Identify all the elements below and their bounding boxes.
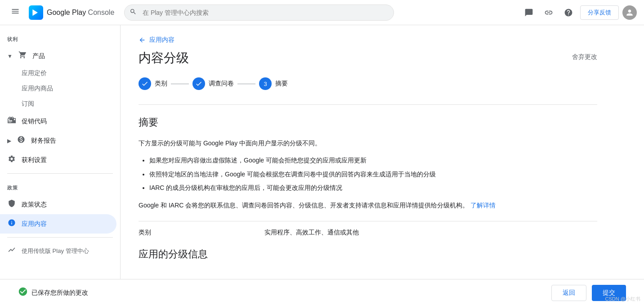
sidebar-item-earn[interactable]: 获利设置 (0, 150, 116, 170)
topbar: Google Play Console 分享反馈 (0, 0, 644, 25)
back-button[interactable]: 返回 (551, 285, 586, 301)
step-2: 调查问卷 (192, 77, 234, 90)
app-rating-title: 应用的分级信息 (139, 248, 597, 261)
sidebar-item-earn-label: 获利设置 (22, 156, 47, 164)
sidebar-item-product[interactable]: ▼ 产品 (0, 46, 120, 66)
watermark: CSDN @小红书 (605, 296, 640, 302)
search-input[interactable] (124, 4, 394, 21)
sidebar: 状利 ▼ 产品 应用定价 应用内商品 订阅 促销代码 ▶ 财 (0, 25, 121, 279)
step-connector-1 (171, 84, 189, 84)
notification-button[interactable] (521, 4, 537, 21)
share-feedback-button[interactable]: 分享反馈 (580, 5, 619, 20)
category-row: 类别 实用程序、高效工作、通信或其他 (139, 221, 597, 244)
step-3-circle: 3 (259, 77, 272, 90)
sidebar-item-finance-label: 财务报告 (31, 137, 56, 145)
category-value: 实用程序、高效工作、通信或其他 (264, 229, 359, 237)
step-3-label: 摘要 (275, 80, 288, 88)
category-label: 类别 (139, 229, 264, 237)
sidebar-item-policy-state[interactable]: 政策状态 (0, 195, 116, 214)
shield-icon (7, 199, 16, 210)
sidebar-item-promo[interactable]: 促销代码 (0, 112, 116, 131)
sidebar-section-zhanli: 状利 (0, 29, 120, 46)
iarc-text: Google 和 IARC 会将您的联系信息、调查问卷回答内容、分级信息、开发者… (139, 200, 597, 210)
bullet-item-1: 如果您对应用内容做出虚假陈述，Google 可能会拒绝您提交的应用或应用更新 (149, 155, 597, 165)
learn-more-link[interactable]: 了解详情 (470, 202, 496, 209)
chart-icon (7, 246, 16, 256)
app-rating-section: 应用的分级信息 (139, 248, 597, 261)
breadcrumb[interactable]: 应用内容 (139, 36, 597, 44)
chevron-down-icon: ▼ (7, 53, 13, 59)
sidebar-item-legacy[interactable]: 使用传统版 Play 管理中心 (0, 241, 120, 261)
sidebar-divider-2 (7, 237, 113, 238)
bullet-item-3: IARC 的成员分级机构在审核您的应用后，可能会更改应用的分级情况 (149, 183, 597, 193)
topbar-actions: 分享反馈 (521, 4, 637, 21)
steps-indicator: 类别 调查问卷 3 摘要 (139, 77, 597, 90)
save-status: 已保存您所做的更改 (18, 287, 88, 299)
step-2-label: 调查问卷 (209, 80, 234, 88)
avatar[interactable] (622, 5, 637, 20)
sidebar-item-app-pricing[interactable]: 应用定价 (22, 66, 120, 81)
promo-icon (7, 116, 16, 126)
step-3: 3 摘要 (259, 77, 288, 90)
bullet-item-2: 依照特定地区的当地法律，Google 可能会根据您在调查问卷中提供的回答内容来生… (149, 169, 597, 179)
breadcrumb-label: 应用内容 (149, 36, 174, 44)
summary-info-text: 下方显示的分级可能与 Google Play 中面向用户显示的分级不同。 (139, 138, 597, 148)
info-icon (7, 219, 16, 229)
sidebar-item-promo-label: 促销代码 (22, 117, 47, 126)
sidebar-item-app-content-label: 应用内容 (22, 220, 47, 228)
summary-bullet-list: 如果您对应用内容做出虚假陈述，Google 可能会拒绝您提交的应用或应用更新 依… (139, 155, 597, 193)
finance-icon (17, 135, 26, 146)
sidebar-item-subscription[interactable]: 订阅 (22, 96, 120, 112)
step-2-circle (192, 77, 205, 90)
main-layout: 状利 ▼ 产品 应用定价 应用内商品 订阅 促销代码 ▶ 财 (0, 25, 644, 279)
sidebar-item-in-app[interactable]: 应用内商品 (22, 81, 120, 96)
content-area: 应用内容 内容分级 舍弃更改 类别 (121, 25, 644, 279)
cart-icon (18, 51, 27, 61)
bottom-bar: 已保存您所做的更改 返回 提交 (0, 279, 644, 306)
page-title: 内容分级 (139, 50, 189, 67)
chevron-right-icon: ▶ (7, 138, 11, 144)
search-icon (130, 8, 137, 17)
section-divider-top (139, 104, 597, 105)
sidebar-item-legacy-label: 使用传统版 Play 管理中心 (22, 247, 89, 255)
step-1-circle (139, 77, 151, 90)
sidebar-item-product-label: 产品 (32, 52, 45, 60)
sidebar-item-app-content[interactable]: 应用内容 (0, 214, 116, 234)
summary-title: 摘要 (139, 116, 597, 129)
sidebar-section-policy: 政策 (0, 177, 120, 195)
link-button[interactable] (541, 4, 557, 21)
search-bar (124, 4, 394, 21)
step-1-label: 类别 (155, 80, 167, 88)
sidebar-divider-1 (7, 173, 113, 174)
save-status-text: 已保存您所做的更改 (31, 289, 88, 297)
settings-icon (7, 155, 16, 165)
logo-area: Google Play Console (29, 5, 119, 20)
logo-icon (29, 5, 43, 20)
save-check-icon (18, 287, 28, 299)
step-1: 类别 (139, 77, 167, 90)
logo-text: Google Play Console (47, 9, 114, 17)
step-connector-2 (237, 84, 255, 84)
discard-button[interactable]: 舍弃更改 (572, 50, 597, 61)
sidebar-item-policy-state-label: 政策状态 (22, 201, 47, 209)
help-button[interactable] (560, 4, 577, 21)
page-header: 内容分级 舍弃更改 (139, 50, 597, 67)
menu-icon[interactable] (7, 3, 23, 22)
sidebar-sub-products: 应用定价 应用内商品 订阅 (0, 66, 120, 112)
sidebar-item-finance[interactable]: ▶ 财务报告 (0, 131, 120, 150)
